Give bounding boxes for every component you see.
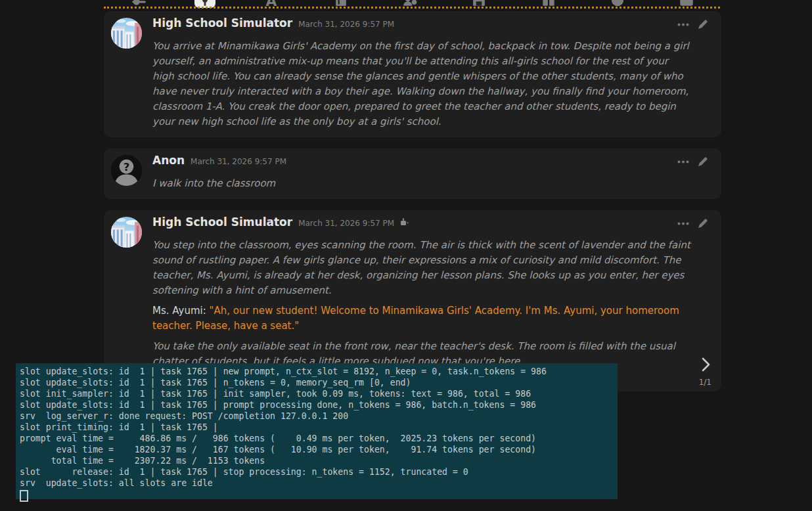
message-timestamp: March 31, 2026 9:57 PM bbox=[191, 157, 286, 166]
author-name: High School Simulator bbox=[152, 16, 292, 30]
terminal-cursor bbox=[20, 490, 28, 502]
author-name: High School Simulator bbox=[152, 215, 292, 229]
terminal-line: slot update_slots: id 1 | task 1765 | ne… bbox=[20, 366, 615, 377]
terminal-line: slot update_slots: id 1 | task 1765 | n_… bbox=[20, 377, 615, 388]
author-name: Anon bbox=[152, 154, 185, 167]
message-actions bbox=[677, 218, 708, 229]
user-avatar[interactable]: ? bbox=[111, 155, 142, 186]
more-options-icon[interactable] bbox=[677, 160, 689, 164]
character-avatar[interactable] bbox=[111, 217, 142, 248]
message-paragraph: You step into the classroom, eyes scanni… bbox=[152, 238, 712, 298]
terminal-line: slot init_sampler: id 1 | task 1765 | in… bbox=[20, 388, 615, 399]
message-header: High School Simulator March 31, 2026 9:5… bbox=[152, 215, 712, 233]
edit-message-icon[interactable] bbox=[698, 218, 708, 229]
desktop: { "theme": { "page_bg": "#161616", "mess… bbox=[0, 0, 812, 511]
terminal-line: prompt eval time = 486.86 ms / 986 token… bbox=[20, 433, 615, 444]
swipe-right-button[interactable] bbox=[701, 357, 711, 374]
message-actions bbox=[677, 19, 708, 30]
more-options-icon[interactable] bbox=[677, 23, 689, 26]
character-avatar[interactable] bbox=[111, 18, 142, 49]
message-text: You step into the classroom, eyes scanni… bbox=[152, 238, 712, 369]
terminal-window[interactable]: slot update_slots: id 1 | task 1765 | ne… bbox=[16, 363, 618, 499]
terminal-line: eval time = 1820.37 ms / 167 tokens ( 10… bbox=[20, 444, 615, 455]
message-text: You arrive at Minamikawa Girls' Academy … bbox=[152, 39, 712, 129]
message-actions bbox=[677, 156, 708, 167]
message: High School Simulator March 31, 2026 9:5… bbox=[104, 11, 721, 137]
edit-message-icon[interactable] bbox=[698, 19, 708, 30]
terminal-line: slot print_timing: id 1 | task 1765 | bbox=[20, 422, 615, 433]
message-header: High School Simulator March 31, 2026 9:5… bbox=[152, 16, 712, 33]
terminal-line: srv update_slots: all slots are idle bbox=[20, 478, 615, 489]
terminal-line: total time = 2307.22 ms / 1153 tokens bbox=[20, 455, 615, 466]
message-timestamp: March 31, 2026 9:57 PM bbox=[298, 219, 394, 228]
message-paragraph: You arrive at Minamikawa Girls' Academy … bbox=[152, 39, 712, 129]
edit-message-icon[interactable] bbox=[698, 156, 708, 167]
message-timestamp: March 31, 2026 9:57 PM bbox=[298, 20, 394, 29]
svg-text:?: ? bbox=[124, 161, 130, 173]
bot-generation-icon bbox=[400, 216, 409, 229]
chat-panel-border bbox=[104, 7, 720, 9]
message: ? Anon March 31, 2026 9:57 PM I walk int… bbox=[104, 148, 721, 199]
message-paragraph: I walk into the classroom bbox=[152, 176, 712, 191]
message-header: Anon March 31, 2026 9:57 PM bbox=[152, 154, 712, 171]
chat-log: High School Simulator March 31, 2026 9:5… bbox=[104, 11, 721, 391]
terminal-line: slot release: id 1 | task 1765 | stop pr… bbox=[20, 466, 615, 478]
terminal-line: slot update_slots: id 1 | task 1765 | pr… bbox=[20, 399, 615, 411]
more-options-icon[interactable] bbox=[677, 222, 689, 225]
swipe-counter: 1/1 bbox=[699, 378, 711, 387]
quoted-dialogue: "Ah, our new student! Welcome to Minamik… bbox=[152, 305, 679, 332]
message-text: I walk into the classroom bbox=[152, 176, 712, 191]
speaker-label: Ms. Ayumi: bbox=[152, 305, 210, 317]
message-paragraph: Ms. Ayumi: "Ah, our new student! Welcome… bbox=[152, 303, 712, 334]
terminal-line: srv log_server_r: done request: POST /co… bbox=[20, 411, 615, 422]
